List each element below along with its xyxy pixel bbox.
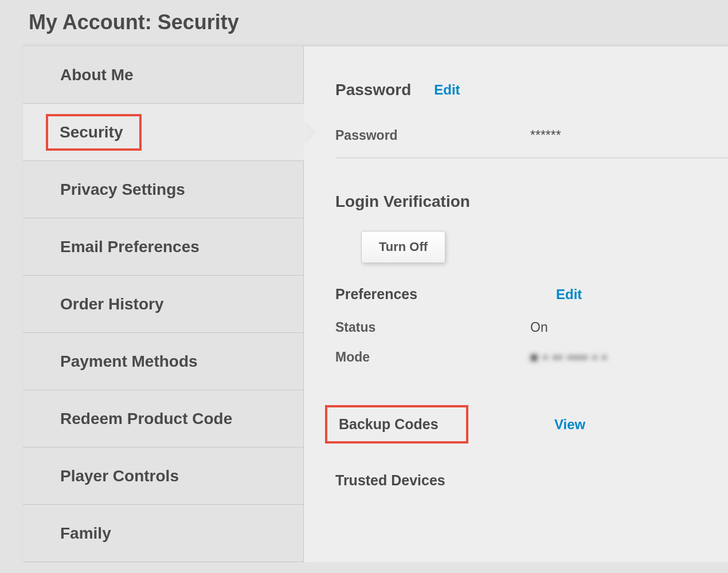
backup-codes-section: Backup Codes View bbox=[335, 405, 728, 444]
backup-codes-title: Backup Codes bbox=[339, 416, 439, 432]
sidebar-item-redeem-product-code[interactable]: Redeem Product Code bbox=[23, 390, 304, 448]
mode-value: ■ ▪ ▪▪ ▪▪▪▪ ▪ ▪ bbox=[530, 350, 607, 365]
sidebar-item-privacy-settings[interactable]: Privacy Settings bbox=[23, 161, 304, 218]
turn-off-button[interactable]: Turn Off bbox=[361, 231, 445, 263]
mode-label: Mode bbox=[335, 350, 530, 365]
password-section: Password Edit Password ****** bbox=[335, 81, 728, 158]
preferences-edit-link[interactable]: Edit bbox=[556, 286, 582, 303]
account-container: About Me Security Privacy Settings Email… bbox=[23, 46, 728, 562]
sidebar-item-label: Security bbox=[60, 123, 123, 141]
sidebar-nav: About Me Security Privacy Settings Email… bbox=[23, 46, 304, 562]
status-value: On bbox=[530, 320, 548, 335]
sidebar-item-about-me[interactable]: About Me bbox=[23, 46, 304, 104]
page-title: My Account: Security bbox=[0, 0, 728, 46]
highlight-box-backup-codes: Backup Codes bbox=[325, 405, 468, 444]
status-label: Status bbox=[335, 320, 530, 335]
login-verification-title: Login Verification bbox=[335, 193, 728, 211]
password-edit-link[interactable]: Edit bbox=[434, 82, 460, 98]
trusted-devices-section: Trusted Devices bbox=[335, 472, 728, 489]
password-field-label: Password bbox=[335, 128, 530, 143]
sidebar-item-order-history[interactable]: Order History bbox=[23, 276, 304, 333]
content-panel: Password Edit Password ****** Login Veri… bbox=[304, 46, 728, 562]
backup-codes-view-link[interactable]: View bbox=[554, 417, 585, 433]
sidebar-item-label: Family bbox=[23, 524, 111, 543]
sidebar-item-family[interactable]: Family bbox=[23, 505, 304, 562]
preferences-title: Preferences bbox=[335, 286, 556, 303]
sidebar-item-email-preferences[interactable]: Email Preferences bbox=[23, 218, 304, 276]
trusted-devices-title: Trusted Devices bbox=[335, 472, 445, 488]
sidebar-item-label: About Me bbox=[23, 66, 134, 84]
highlight-box-security: Security bbox=[46, 114, 142, 151]
sidebar-item-label: Payment Methods bbox=[23, 352, 198, 371]
sidebar-item-payment-methods[interactable]: Payment Methods bbox=[23, 333, 304, 390]
sidebar-item-label: Redeem Product Code bbox=[23, 410, 232, 428]
sidebar-item-label: Email Preferences bbox=[23, 238, 199, 256]
sidebar-item-label: Privacy Settings bbox=[23, 180, 185, 199]
sidebar-item-label: Player Controls bbox=[23, 467, 179, 485]
sidebar-item-player-controls[interactable]: Player Controls bbox=[23, 448, 304, 505]
password-title: Password bbox=[335, 81, 411, 99]
login-verification-section: Login Verification Turn Off Preferences … bbox=[335, 193, 728, 365]
password-field-value: ****** bbox=[530, 128, 561, 143]
sidebar-item-label: Order History bbox=[23, 295, 164, 313]
sidebar-item-security[interactable]: Security bbox=[23, 104, 304, 161]
